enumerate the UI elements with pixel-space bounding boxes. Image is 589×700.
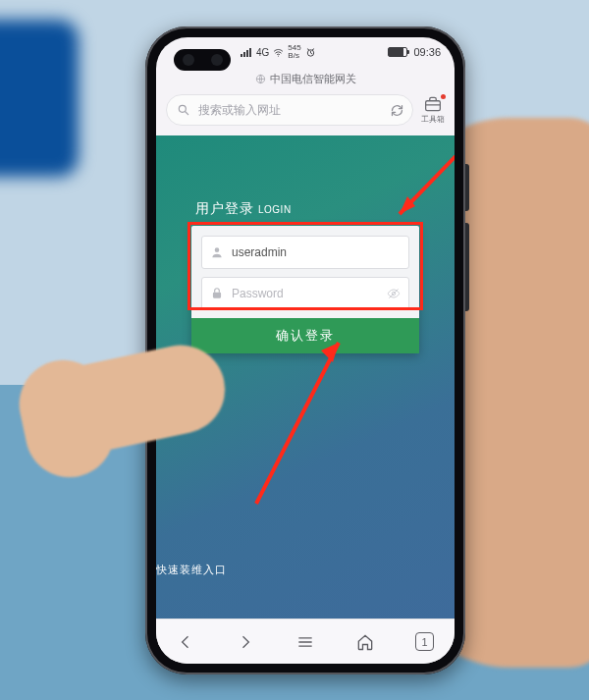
password-input[interactable] bbox=[232, 287, 379, 300]
svg-point-2 bbox=[179, 105, 186, 112]
svg-rect-3 bbox=[426, 101, 441, 111]
search-placeholder: 搜索或输入网址 bbox=[198, 102, 382, 119]
battery-icon bbox=[388, 47, 407, 57]
refresh-icon[interactable] bbox=[390, 103, 404, 118]
username-field[interactable] bbox=[201, 236, 409, 269]
lock-icon bbox=[210, 287, 224, 300]
username-input[interactable] bbox=[232, 245, 401, 259]
search-icon bbox=[177, 103, 190, 117]
volume-button bbox=[465, 223, 469, 311]
nav-tabs-button[interactable]: 1 bbox=[395, 632, 455, 651]
nav-back-button[interactable] bbox=[156, 632, 216, 652]
browser-toolbar: 搜索或输入网址 工具箱 bbox=[156, 90, 455, 135]
toolbox-icon bbox=[423, 95, 443, 113]
nav-menu-button[interactable] bbox=[276, 632, 336, 652]
eye-off-icon[interactable] bbox=[387, 286, 401, 301]
clock: 09:36 bbox=[413, 46, 441, 58]
toolbox-label: 工具箱 bbox=[421, 114, 445, 125]
menu-icon bbox=[295, 632, 315, 652]
chevron-left-icon bbox=[176, 632, 195, 652]
home-icon bbox=[355, 632, 375, 652]
svg-line-6 bbox=[400, 149, 455, 214]
browser-bottom-nav: 1 bbox=[156, 619, 455, 664]
annotation-arrow-icon bbox=[382, 141, 455, 230]
login-submit-button[interactable]: 确认登录 bbox=[191, 318, 419, 353]
data-rate: 545B/s bbox=[288, 44, 300, 60]
svg-rect-4 bbox=[213, 293, 221, 298]
nav-forward-button[interactable] bbox=[216, 632, 276, 652]
signal-icon bbox=[241, 48, 252, 57]
notification-dot-icon bbox=[441, 94, 446, 99]
user-icon bbox=[210, 245, 224, 259]
wifi-icon bbox=[273, 47, 284, 58]
login-submit-label: 确认登录 bbox=[276, 327, 335, 345]
alarm-icon bbox=[305, 47, 316, 58]
power-button bbox=[465, 164, 469, 211]
tab-count: 1 bbox=[415, 632, 434, 651]
svg-line-8 bbox=[256, 343, 339, 504]
network-badge: 4G bbox=[256, 47, 269, 58]
globe-icon bbox=[255, 74, 266, 84]
chevron-right-icon bbox=[236, 632, 255, 652]
page-title: 中国电信智能网关 bbox=[270, 72, 356, 86]
quick-maintenance-link[interactable]: 快速装维入口 bbox=[156, 563, 227, 577]
svg-marker-7 bbox=[400, 196, 415, 214]
camera-cutout bbox=[174, 49, 231, 71]
login-heading: 用户登录LOGIN bbox=[195, 200, 292, 218]
toolbox-button[interactable]: 工具箱 bbox=[421, 95, 445, 125]
login-form: 确认登录 bbox=[191, 226, 419, 353]
search-input[interactable]: 搜索或输入网址 bbox=[166, 94, 413, 126]
password-field[interactable] bbox=[201, 277, 409, 310]
annotation-arrow-icon bbox=[244, 327, 362, 513]
nav-home-button[interactable] bbox=[335, 632, 395, 652]
